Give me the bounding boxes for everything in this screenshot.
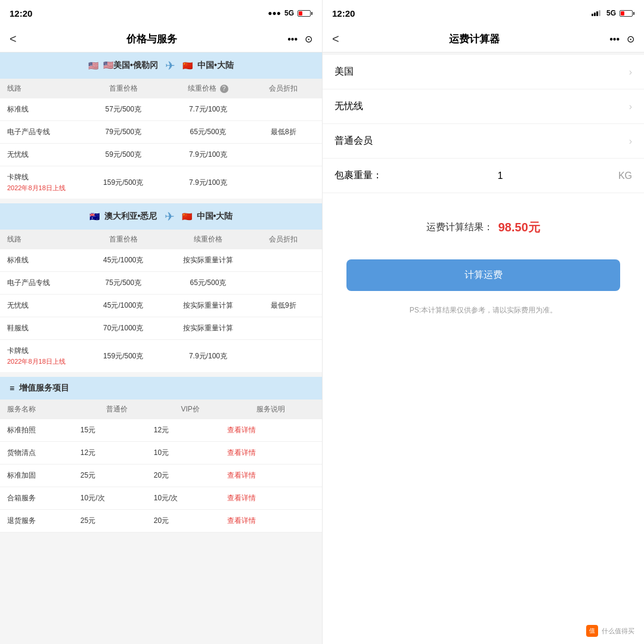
row-first: 45元/1000克	[82, 301, 164, 311]
vas-link[interactable]: 查看详情	[227, 470, 315, 481]
china-flag-aus: 🇨🇳	[182, 212, 192, 221]
chevron-right-icon: ›	[629, 101, 632, 112]
left-time: 12:20	[10, 8, 32, 18]
vas-row: 退货服务 25元 20元 查看详情	[0, 510, 322, 532]
right-page-title: 运费计算器	[449, 32, 500, 46]
row-continue: 65元/500克	[164, 278, 252, 288]
weight-label: 包裹重量：	[335, 169, 382, 182]
row-name: 电子产品专线	[7, 278, 82, 288]
country-selector[interactable]: 美国 ›	[323, 55, 644, 89]
chevron-right-icon: ›	[629, 67, 632, 78]
right-back-button[interactable]: <	[332, 32, 339, 46]
usa-from-text: 🇺🇸美国•俄勒冈	[103, 60, 158, 71]
aus-section-header: 🇦🇺 澳大利亚•悉尼 ✈ 🇨🇳 中国•大陆	[0, 203, 322, 230]
right-more-button[interactable]: •••	[609, 34, 620, 45]
watermark-area: 值 什么值得买	[323, 618, 644, 644]
result-row: 运费计算结果： 98.50元	[323, 205, 644, 250]
vas-table: 服务名称 普通价 VIP价 服务说明 标准拍照 15元 12元 查看详情 货物清…	[0, 400, 322, 532]
vas-row: 标准拍照 15元 12元 查看详情	[0, 419, 322, 442]
left-more-button[interactable]: •••	[287, 34, 298, 45]
row-first: 75元/500克	[82, 278, 164, 288]
row-discount: 最低8折	[252, 127, 315, 137]
left-content: 🇺🇸 🇺🇸美国•俄勒冈 ✈ 🇨🇳 中国•大陆 线路 首重价格 续重价格 ? 会员…	[0, 52, 322, 644]
right-nav-bar: < 运费计算器 ••• ⊙	[323, 26, 644, 52]
help-icon: ?	[220, 85, 228, 93]
row-continue: 7.9元/100克	[164, 351, 252, 361]
vas-row: 合箱服务 10元/次 10元/次 查看详情	[0, 487, 322, 510]
usa-col-continue: 续重价格 ?	[164, 83, 252, 94]
member-selector[interactable]: 普通会员 ›	[323, 124, 644, 159]
row-first: 57元/500克	[82, 104, 164, 114]
signal-bars-icon	[592, 10, 600, 16]
network-type: 5G	[284, 9, 294, 17]
row-continue: 7.9元/100克	[164, 150, 252, 160]
right-battery-icon	[620, 10, 634, 17]
vas-vip: 12元	[154, 425, 227, 435]
aus-col-discount: 会员折扣	[252, 234, 315, 244]
left-back-button[interactable]: <	[10, 32, 17, 46]
row-name: 鞋服线	[7, 323, 82, 333]
vas-col-name: 服务名称	[7, 404, 80, 414]
usa-col-discount: 会员折扣	[252, 83, 315, 94]
aus-price-table: 线路 首重价格 续重价格 会员折扣 标准线 45元/1000克 按实际重量计算 …	[0, 230, 322, 372]
vas-normal: 12元	[80, 448, 154, 458]
row-name: 卡牌线 2022年8月18日上线	[7, 172, 82, 193]
watermark-text: 什么值得买	[602, 627, 634, 636]
vas-vip: 20元	[154, 470, 227, 481]
disclaimer-text: PS:本计算结果仅供参考，请以实际费用为准。	[323, 301, 644, 320]
right-status-bar: 12:20 5G	[323, 0, 644, 26]
vas-vip: 20元	[154, 516, 227, 526]
left-page-title: 价格与服务	[126, 32, 177, 46]
row-discount: 最低9折	[252, 301, 315, 311]
weight-row: 包裹重量： 1 KG	[323, 159, 644, 193]
vas-vip: 10元/次	[154, 493, 227, 503]
vas-col-vip: VIP价	[154, 404, 227, 414]
row-first: 79元/500克	[82, 127, 164, 137]
vas-link[interactable]: 查看详情	[227, 448, 315, 458]
row-name: 卡牌线 2022年8月18日上线	[7, 346, 82, 366]
route-selector[interactable]: 无忧线 ›	[323, 89, 644, 124]
vas-normal: 15元	[80, 425, 154, 435]
vas-col-desc: 服务说明	[227, 404, 315, 414]
table-row: 卡牌线 2022年8月18日上线 159元/500克 7.9元/100克	[0, 166, 322, 199]
row-continue: 7.7元/100克	[164, 104, 252, 114]
row-continue: 按实际重量计算	[164, 323, 252, 333]
vas-normal: 10元/次	[80, 493, 154, 503]
signal-icon: ●●●	[268, 9, 281, 17]
right-content: 美国 › 无忧线 › 普通会员 › 包裹重量： 1 KG 运费计算结果： 98.…	[323, 55, 644, 618]
online-date: 2022年8月18日上线	[7, 357, 82, 366]
table-row: 无忧线 59元/500克 7.9元/100克	[0, 144, 322, 166]
country-label: 美国	[335, 66, 354, 78]
usa-from: 🇺🇸 🇺🇸美国•俄勒冈	[88, 60, 158, 71]
row-continue: 7.9元/100克	[164, 178, 252, 188]
result-label: 运费计算结果：	[426, 221, 493, 234]
table-row: 电子产品专线 79元/500克 65元/500克 最低8折	[0, 121, 322, 144]
vas-title: 增值服务项目	[19, 383, 69, 394]
vas-link[interactable]: 查看详情	[227, 516, 315, 526]
row-name: 标准线	[7, 255, 82, 265]
table-row: 卡牌线 2022年8月18日上线 159元/500克 7.9元/100克	[0, 340, 322, 372]
right-target-button[interactable]: ⊙	[627, 33, 634, 45]
vas-name: 退货服务	[7, 516, 80, 526]
table-row: 标准线 45元/1000克 按实际重量计算	[0, 249, 322, 272]
vas-col-normal: 普通价	[80, 404, 154, 414]
left-panel: 12:20 ●●● 5G < 价格与服务 ••• ⊙ 🇺🇸 🇺🇸美国•俄勒冈 ✈	[0, 0, 322, 644]
vas-normal: 25元	[80, 516, 154, 526]
vas-link[interactable]: 查看详情	[227, 493, 315, 503]
vas-link[interactable]: 查看详情	[227, 425, 315, 435]
china-flag-usa: 🇨🇳	[182, 61, 193, 70]
left-target-button[interactable]: ⊙	[305, 33, 312, 45]
aus-to-text: 中国•大陆	[197, 211, 233, 222]
aus-from: 🇦🇺 澳大利亚•悉尼	[89, 211, 157, 222]
right-nav-icons: ••• ⊙	[609, 33, 634, 45]
online-date: 2022年8月18日上线	[7, 184, 82, 193]
vas-normal: 25元	[80, 470, 154, 481]
table-row: 鞋服线 70元/1000克 按实际重量计算	[0, 317, 322, 340]
right-network-type: 5G	[606, 9, 616, 17]
spacer	[323, 193, 644, 205]
calc-button[interactable]: 计算运费	[346, 259, 620, 291]
usa-table-header: 线路 首重价格 续重价格 ? 会员折扣	[0, 79, 322, 98]
row-continue: 按实际重量计算	[164, 255, 252, 265]
row-name: 无忧线	[7, 301, 82, 311]
left-nav-bar: < 价格与服务 ••• ⊙	[0, 26, 322, 52]
